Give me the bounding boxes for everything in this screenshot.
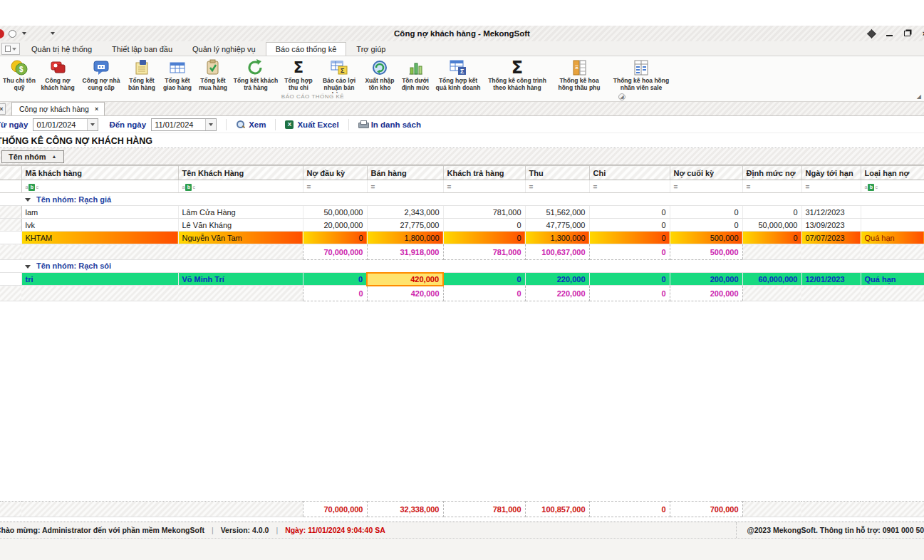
filter-cell-text[interactable]: abc bbox=[178, 180, 303, 193]
ribbon-item-hoa-hong-thau-phu[interactable]: Ξ Thống kê hoa hồng thầu phụ bbox=[551, 56, 607, 92]
chevron-down-icon[interactable] bbox=[205, 119, 216, 130]
tab-bao-cao-thong-ke[interactable]: Báo cáo thống kê bbox=[266, 42, 347, 56]
version-text: Version: 4.0.0 bbox=[221, 526, 269, 534]
status-bar: Chào mừng: Administrator đến với phần mề… bbox=[0, 522, 924, 539]
group-row-rach-soi[interactable]: Tên nhóm: Rạch sỏi bbox=[0, 260, 924, 273]
excel-icon: X bbox=[285, 120, 294, 129]
equals-icon: = bbox=[447, 183, 452, 191]
doc-tab-cong-no-khach-hang[interactable]: Công nợ khách hàng × bbox=[11, 102, 105, 115]
table-row-selected[interactable]: tri Võ Minh Trí 0 420,000 0 220,000 0 20… bbox=[0, 273, 924, 286]
minimize-button[interactable] bbox=[884, 29, 894, 38]
grand-total-row: 70,000,000 32,338,000 781,000 100,857,00… bbox=[0, 502, 924, 517]
tab-thiet-lap-ban-dau[interactable]: Thiết lập ban đầu bbox=[102, 42, 182, 56]
doc-tab-close-icon[interactable]: × bbox=[95, 105, 98, 113]
equals-icon: = bbox=[529, 183, 534, 191]
collapse-triangle-icon[interactable] bbox=[25, 198, 31, 202]
filter-cell-text[interactable]: abc bbox=[21, 180, 178, 193]
from-date-value: 01/01/2024 bbox=[33, 120, 87, 129]
ribbon-item-tong-hop-thu-chi[interactable]: Σ Tổng hợp thu chi bbox=[281, 56, 316, 92]
filter-cell-numeric[interactable]: = bbox=[367, 180, 443, 193]
equals-icon: = bbox=[747, 183, 751, 191]
group-by-chip[interactable]: Tên nhóm ▲ bbox=[1, 150, 64, 163]
to-date-value: 11/01/2024 bbox=[152, 120, 205, 129]
filter-cell-numeric[interactable]: = bbox=[801, 180, 861, 193]
filter-cell-numeric[interactable]: = bbox=[589, 180, 670, 193]
ribbon-toolbar: $ Thu chi tồn quỹ Công nợ khách hàng Côn… bbox=[0, 56, 924, 93]
column-header-loai-han-no[interactable]: Loại hạn nợ bbox=[861, 166, 924, 180]
grid-empty-area bbox=[0, 301, 924, 501]
equals-icon: = bbox=[674, 183, 678, 191]
ribbon-item-tong-ket-ban-hang[interactable]: Tổng kết bán hàng bbox=[124, 56, 160, 92]
sigma-icon: Σ bbox=[294, 58, 303, 78]
column-header-dinh-muc-no[interactable]: Định mức nợ bbox=[742, 166, 801, 180]
svg-text:$: $ bbox=[19, 66, 24, 73]
filter-cell-numeric[interactable]: = bbox=[303, 180, 367, 193]
group-row-rach-gia[interactable]: Tên nhóm: Rạch giá bbox=[0, 193, 924, 206]
supplier-bubble-icon bbox=[92, 58, 110, 78]
column-header-ban-hang[interactable]: Bán hàng bbox=[367, 166, 443, 180]
printer-icon bbox=[358, 120, 368, 128]
print-list-button[interactable]: In danh sách bbox=[358, 120, 421, 129]
table-row-overdue[interactable]: KHTAM Nguyễn Văn Tam 0 1,800,000 0 1,300… bbox=[0, 232, 924, 244]
column-header-ten-khach-hang[interactable]: Tên Khách Hàng bbox=[178, 166, 303, 180]
sigma-icon: Σ bbox=[512, 58, 523, 78]
column-header-khach-tra-hang[interactable]: Khách trả hàng bbox=[443, 166, 525, 180]
grid-lines-icon bbox=[632, 58, 650, 78]
from-date-picker[interactable]: 01/01/2024 bbox=[33, 118, 98, 131]
column-header-no-dau-ky[interactable]: Nợ đầu kỳ bbox=[303, 166, 367, 180]
svg-text:Σ: Σ bbox=[460, 68, 464, 75]
table-row[interactable]: lvk Lê Văn Kháng 20,000,000 27,775,000 0… bbox=[0, 219, 924, 232]
column-header-no-cuoi-ky[interactable]: Nợ cuối kỳ bbox=[670, 166, 742, 180]
current-date-text: Ngày: 11/01/2024 9:04:40 SA bbox=[285, 526, 385, 534]
selected-cell[interactable]: 420,000 bbox=[367, 273, 443, 286]
ribbon-item-xuat-nhap-ton-kho[interactable]: Xuất nhập tồn kho bbox=[362, 56, 398, 92]
filter-cell-numeric[interactable]: = bbox=[742, 180, 801, 193]
filter-cell-text[interactable]: abc bbox=[861, 180, 924, 193]
column-header-thu[interactable]: Thu bbox=[525, 166, 589, 180]
restore-button[interactable] bbox=[902, 29, 912, 38]
ribbon-item-thu-chi-ton-quy[interactable]: $ Thu chi tồn quỹ bbox=[1, 56, 37, 92]
chevron-down-icon[interactable] bbox=[87, 119, 98, 130]
ribbon-item-tong-ket-mua-hang[interactable]: Tổng kết mua hàng bbox=[195, 56, 231, 92]
tab-close-all-button[interactable]: × bbox=[0, 103, 6, 115]
ribbon-item-ton-duoi-dinh-muc[interactable]: Tồn dưới định mức bbox=[398, 56, 433, 92]
ribbon-group-label: BÁO CÁO THỐNG KÊ bbox=[0, 93, 625, 100]
ribbon-item-cong-no-khach-hang[interactable]: Công nợ khách hàng bbox=[37, 56, 78, 92]
table-row[interactable]: lam Lâm Cửa Hàng 50,000,000 2,343,000 78… bbox=[0, 206, 924, 219]
titlebar: Công nợ khách hàng - MekongSoft × bbox=[0, 26, 924, 41]
panel-orange-icon: Ξ bbox=[570, 58, 588, 78]
column-header-ma-khach-hang[interactable]: Mã khách hàng bbox=[21, 166, 178, 180]
tab-quan-ly-nghiep-vu[interactable]: Quản lý nghiệp vụ bbox=[182, 42, 266, 56]
close-button[interactable]: × bbox=[920, 29, 924, 38]
filter-row-indicator bbox=[0, 180, 21, 193]
ribbon-item-hoa-hong-nhan-vien-sale[interactable]: Thống kê hoa hồng nhân viên sale bbox=[607, 56, 675, 92]
ribbon-group-dialog-button[interactable]: ◢ bbox=[618, 93, 625, 100]
ribbon-menu-icon[interactable] bbox=[1, 43, 20, 55]
ribbon-item-bao-cao-loi-nhuan[interactable]: Σ Báo cáo lợi nhuận bán hàng bbox=[316, 56, 362, 98]
tab-tro-giup[interactable]: Trợ giúp bbox=[346, 42, 395, 56]
refresh-green-icon bbox=[246, 58, 265, 78]
column-header-ngay-toi-han[interactable]: Ngày tới hạn bbox=[801, 166, 861, 180]
ribbon-collapse-icon[interactable]: ◢ bbox=[917, 93, 921, 100]
fullscreen-icon[interactable] bbox=[867, 29, 876, 38]
to-date-picker[interactable]: 11/01/2024 bbox=[151, 118, 217, 131]
grid-header-row: Mã khách hàng Tên Khách Hàng Nợ đầu kỳ B… bbox=[0, 166, 924, 180]
view-button[interactable]: Xem bbox=[236, 120, 266, 129]
ribbon-item-thong-ke-cong-trinh[interactable]: Σ Thống kê công trình theo khách hàng bbox=[483, 56, 551, 92]
ribbon-item-tong-hop-ket-qua-kinh-doanh[interactable]: Σ Tổng hợp kết quả kinh doanh bbox=[433, 56, 483, 92]
tab-quan-tri-he-thong[interactable]: Quản trị hệ thống bbox=[21, 42, 102, 56]
grand-total-grid: 70,000,000 32,338,000 781,000 100,857,00… bbox=[0, 501, 924, 517]
svg-text:Σ: Σ bbox=[341, 67, 345, 74]
desktop-gap bbox=[0, 0, 924, 26]
column-header-chi[interactable]: Chi bbox=[589, 166, 670, 180]
filter-cell-numeric[interactable]: = bbox=[525, 180, 589, 193]
collapse-triangle-icon[interactable] bbox=[25, 265, 31, 269]
filter-cell-numeric[interactable]: = bbox=[670, 180, 742, 193]
ribbon-item-tong-ket-khach-tra-hang[interactable]: Tổng kết khách trả hàng bbox=[231, 56, 281, 92]
ribbon-item-tong-ket-giao-hang[interactable]: Tổng kết giao hàng bbox=[160, 56, 195, 92]
filter-cell-numeric[interactable]: = bbox=[443, 180, 525, 193]
export-excel-button[interactable]: X Xuất Excel bbox=[285, 120, 338, 129]
report-title: THỐNG KÊ CÔNG NỢ KHÁCH HÀNG bbox=[0, 133, 924, 148]
ribbon-item-cong-no-nha-cung-cap[interactable]: Công nợ nhà cung cấp bbox=[78, 56, 124, 92]
equals-icon: = bbox=[593, 183, 598, 191]
